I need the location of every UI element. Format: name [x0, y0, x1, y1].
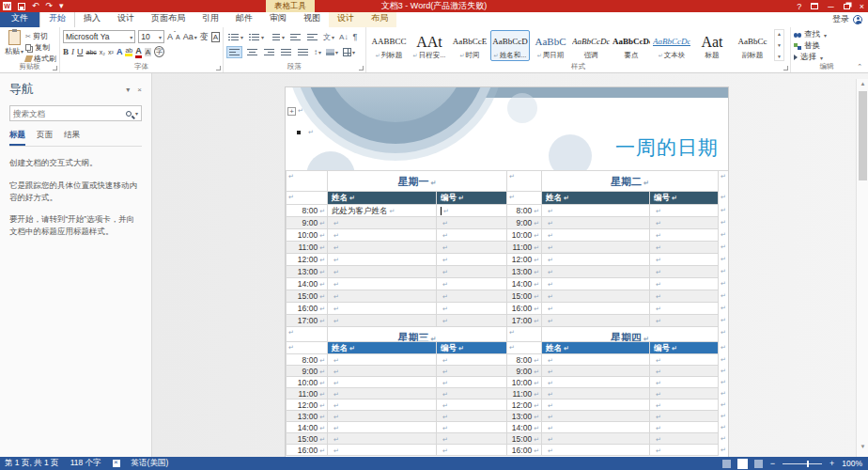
number-cell[interactable]: ↵: [650, 366, 719, 377]
increase-indent-button[interactable]: [305, 32, 319, 42]
grow-font-button[interactable]: A: [167, 32, 173, 41]
read-mode-button[interactable]: [722, 460, 731, 468]
document-page[interactable]: + ↵ ↵ 一周的日期 ↵星期一↵↵星期二↵↵↵姓名↵编号↵↵姓名↵编号↵↵8:…: [285, 86, 729, 457]
time-cell[interactable]: 17:00↵: [287, 315, 328, 327]
name-cell[interactable]: ↵: [542, 278, 650, 290]
number-cell[interactable]: ↵: [650, 354, 719, 366]
number-cell[interactable]: ↵: [650, 242, 719, 254]
name-cell[interactable]: ↵: [328, 433, 437, 445]
name-cell[interactable]: ↵: [542, 290, 650, 303]
name-cell[interactable]: ↵: [542, 266, 650, 278]
time-cell[interactable]: 15:00↵: [507, 433, 542, 445]
number-cell[interactable]: ↵: [650, 254, 719, 266]
style-item-时间[interactable]: AaBbCcE↵时间: [450, 30, 489, 61]
number-cell[interactable]: ↵: [437, 266, 507, 278]
change-case-button[interactable]: Aa▾: [183, 32, 197, 41]
number-cell[interactable]: ↵: [650, 290, 719, 303]
number-cell[interactable]: ↵: [650, 422, 719, 433]
time-cell[interactable]: 9:00↵: [507, 217, 542, 229]
cut-button[interactable]: ✂剪切: [25, 31, 56, 41]
font-size-combo[interactable]: ▾: [138, 30, 164, 43]
number-cell[interactable]: ↵: [650, 266, 719, 278]
numbering-button[interactable]: ▾: [247, 32, 265, 42]
table-cell[interactable]: ↵: [287, 192, 328, 205]
name-cell[interactable]: 此处为客户姓名↵: [328, 205, 437, 217]
time-cell[interactable]: 15:00↵: [287, 290, 328, 303]
day-header-星期一[interactable]: 星期一↵: [328, 171, 507, 192]
time-cell[interactable]: 9:00↵: [507, 366, 542, 377]
name-cell[interactable]: ↵: [328, 266, 437, 278]
name-cell[interactable]: ↵: [542, 400, 650, 411]
name-cell[interactable]: ↵: [328, 354, 437, 366]
gallery-more-icon[interactable]: ▼: [777, 54, 782, 59]
name-cell[interactable]: ↵: [542, 445, 650, 456]
number-cell[interactable]: ↵: [650, 205, 719, 217]
strikethrough-button[interactable]: abc: [86, 49, 97, 55]
time-cell[interactable]: 10:00↵: [507, 229, 542, 242]
time-cell[interactable]: 9:00↵: [287, 366, 328, 377]
number-cell[interactable]: ↵: [437, 229, 507, 242]
word-count[interactable]: 118 个字: [70, 458, 101, 469]
character-border-button[interactable]: A: [211, 32, 220, 42]
sort-button[interactable]: A↓: [338, 32, 349, 42]
gallery-down-icon[interactable]: ▼: [777, 42, 782, 48]
name-cell[interactable]: ↵: [328, 422, 437, 433]
number-cell[interactable]: ↵: [437, 377, 507, 388]
font-name-combo[interactable]: ▾: [63, 30, 135, 43]
name-cell[interactable]: ↵: [542, 217, 650, 229]
number-cell[interactable]: ↵: [650, 433, 719, 445]
time-cell[interactable]: 16:00↵: [507, 445, 542, 456]
gallery-up-icon[interactable]: ▲: [777, 31, 782, 37]
table-cell[interactable]: ↵: [507, 192, 542, 205]
name-cell[interactable]: ↵: [328, 254, 437, 266]
time-cell[interactable]: 10:00↵: [287, 377, 328, 388]
asian-layout-button[interactable]: 文▾: [322, 31, 335, 43]
name-cell[interactable]: ↵: [328, 303, 437, 315]
shrink-font-button[interactable]: A: [176, 34, 180, 40]
name-cell[interactable]: ↵: [328, 388, 437, 400]
name-cell[interactable]: ↵: [328, 411, 437, 422]
name-cell[interactable]: ↵: [542, 366, 650, 377]
number-cell[interactable]: ↵: [650, 388, 719, 400]
paste-button[interactable]: 粘贴▾: [3, 29, 25, 64]
minimize-icon[interactable]: ─: [828, 2, 833, 11]
style-item-日程安...[interactable]: AAt↵日程安...: [410, 30, 449, 61]
show-hide-marks-button[interactable]: ¶: [351, 31, 358, 42]
scroll-down-icon[interactable]: ▼: [857, 442, 868, 452]
time-cell[interactable]: 8:00↵: [507, 354, 542, 366]
column-header-name[interactable]: 姓名↵: [328, 192, 437, 205]
number-cell[interactable]: ↵: [437, 400, 507, 411]
zoom-level[interactable]: 100%: [842, 459, 862, 468]
number-cell[interactable]: ↵: [437, 433, 507, 445]
zoom-slider[interactable]: [783, 463, 822, 464]
time-cell[interactable]: 16:00↵: [287, 445, 328, 456]
tab-文件[interactable]: 文件: [0, 10, 39, 27]
column-header-name[interactable]: 姓名↵: [328, 342, 437, 354]
name-cell[interactable]: ↵: [542, 411, 650, 422]
number-cell[interactable]: ↵: [650, 445, 719, 456]
name-cell[interactable]: ↵: [542, 315, 650, 327]
clipboard-dialog-launcher[interactable]: [53, 66, 57, 70]
table-cell[interactable]: ↵: [507, 342, 542, 354]
time-cell[interactable]: 13:00↵: [507, 411, 542, 422]
tab-设计[interactable]: 设计: [329, 10, 363, 27]
style-item-要点[interactable]: AaBbCcDc要点: [612, 30, 651, 61]
align-center-button[interactable]: [245, 47, 259, 57]
style-item-副标题[interactable]: AaBbCc副标题: [733, 30, 772, 61]
style-item-标题[interactable]: Aat标题: [692, 30, 732, 61]
close-icon[interactable]: ×: [860, 2, 864, 11]
replace-button[interactable]: 替换: [794, 40, 860, 52]
font-name-dropdown-icon[interactable]: ▾: [130, 34, 132, 40]
time-cell[interactable]: 15:00↵: [287, 433, 328, 445]
style-item-文本块[interactable]: AaBbCcDc↵文本块: [652, 30, 691, 61]
name-cell[interactable]: ↵: [542, 303, 650, 315]
nav-close-icon[interactable]: ×: [137, 86, 142, 94]
tab-审阅[interactable]: 审阅: [261, 10, 295, 27]
tab-插入[interactable]: 插入: [75, 10, 109, 27]
number-cell[interactable]: ↵: [437, 422, 507, 433]
ribbon-display-options-icon[interactable]: [811, 3, 818, 9]
paragraph-dialog-launcher[interactable]: [359, 66, 364, 70]
name-cell[interactable]: ↵: [542, 205, 650, 217]
bullets-button[interactable]: ▾: [226, 32, 244, 42]
collapse-ribbon-icon[interactable]: ⌃: [857, 63, 862, 70]
